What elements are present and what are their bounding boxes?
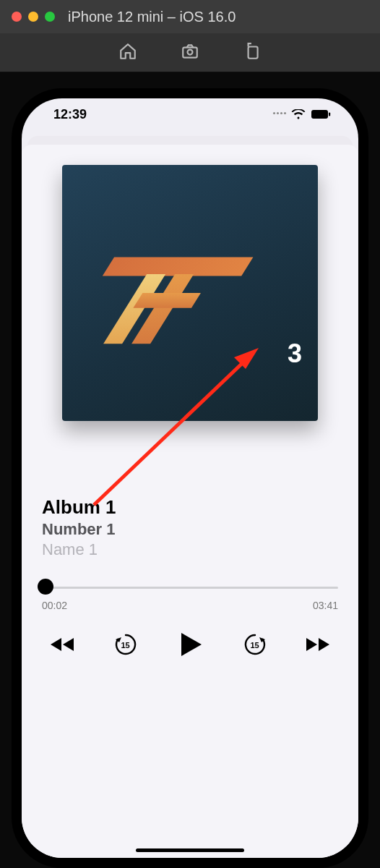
home-indicator[interactable] <box>136 848 244 852</box>
svg-rect-2 <box>249 46 258 58</box>
play-button[interactable] <box>176 630 204 659</box>
close-dot[interactable] <box>12 12 22 22</box>
svg-rect-3 <box>311 110 328 119</box>
elapsed-time: 00:02 <box>42 600 67 611</box>
skip-forward-15-button[interactable]: 15 <box>243 632 267 657</box>
svg-point-1 <box>188 49 193 54</box>
mac-titlebar: iPhone 12 mini – iOS 16.0 <box>0 0 380 33</box>
cell-icon <box>273 112 286 117</box>
album-art-badge: 3 <box>288 339 302 369</box>
fullscreen-dot[interactable] <box>45 12 55 22</box>
window-title: iPhone 12 mini – iOS 16.0 <box>68 9 236 25</box>
album-title: Album 1 <box>42 496 338 519</box>
device-screen: 12:39 <box>22 98 358 858</box>
duration-time: 03:41 <box>313 600 338 611</box>
simulator-toolbar <box>0 33 380 72</box>
artist-name: Name 1 <box>42 540 338 559</box>
forward-button[interactable] <box>305 636 331 653</box>
device-bezel: 12:39 <box>12 88 368 868</box>
svg-rect-8 <box>133 293 201 308</box>
rotate-button[interactable] <box>243 42 262 64</box>
progress-slider[interactable] <box>42 578 338 595</box>
track-title: Number 1 <box>42 520 338 539</box>
album-art: 3 <box>62 165 318 421</box>
skip-forward-amount: 15 <box>243 634 267 657</box>
battery-icon <box>311 109 331 119</box>
wifi-icon <box>291 109 306 119</box>
player-sheet[interactable]: 3 Album 1 Number 1 Name 1 <box>22 145 358 858</box>
album-art-logo <box>62 165 318 421</box>
minimize-dot[interactable] <box>28 12 38 22</box>
skip-back-15-button[interactable]: 15 <box>113 632 138 657</box>
screenshot-button[interactable] <box>181 42 199 64</box>
status-time: 12:39 <box>53 107 87 122</box>
skip-back-amount: 15 <box>113 634 138 657</box>
svg-rect-4 <box>329 113 330 116</box>
statusbar: 12:39 <box>22 98 358 130</box>
rewind-button[interactable] <box>49 636 75 653</box>
home-button[interactable] <box>118 42 137 64</box>
svg-rect-5 <box>103 258 254 276</box>
